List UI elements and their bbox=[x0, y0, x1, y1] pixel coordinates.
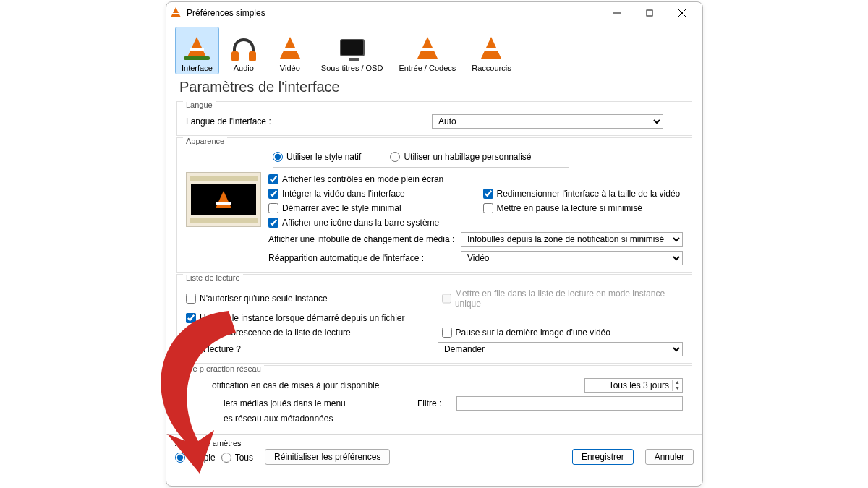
radio-custom-skin[interactable]: Utiliser un habillage personnalisé bbox=[390, 152, 531, 162]
chk-enqueue: Mettre en file dans la liste de lecture … bbox=[442, 288, 684, 309]
bottom-bar: Afficher le amètres Simple Tous Réinitia… bbox=[166, 434, 702, 471]
tab-label: Interface bbox=[182, 64, 213, 72]
filter-input[interactable] bbox=[456, 396, 683, 411]
group-legend: Vie p eraction réseau bbox=[183, 364, 264, 373]
tooltip-label: Afficher une infobulle de changement de … bbox=[268, 234, 455, 244]
chk-pause-minimized[interactable]: Mettre en pause la lecture si minimisé bbox=[483, 203, 684, 213]
chk-pause-last-frame[interactable]: Pause sur la dernière image d'une vidéo bbox=[442, 328, 684, 338]
save-button[interactable]: Enregistrer bbox=[572, 449, 634, 465]
spinner-arrows-icon[interactable]: ▲▼ bbox=[672, 380, 682, 391]
chk-start-minimal[interactable]: Démarrer avec le style minimal bbox=[268, 203, 469, 213]
window-title: Préférences simples bbox=[187, 8, 600, 18]
radio-simple[interactable]: Simple bbox=[175, 453, 216, 463]
tab-label: Raccourcis bbox=[472, 64, 511, 72]
group-legend: Apparence bbox=[183, 137, 227, 145]
tab-hotkeys[interactable]: Raccourcis bbox=[465, 27, 517, 74]
radio-native-style[interactable]: Utiliser le style natif bbox=[273, 152, 361, 162]
cone-hotkeys-icon bbox=[477, 33, 505, 62]
radio-all[interactable]: Tous bbox=[221, 453, 253, 463]
tab-interface[interactable]: Interface bbox=[175, 27, 219, 74]
cone-subtitles-icon bbox=[339, 33, 366, 62]
page-heading: Paramètres de l'interface bbox=[176, 74, 692, 101]
tab-label: Entrée / Codecs bbox=[399, 64, 456, 72]
tab-video[interactable]: Vidéo bbox=[268, 27, 312, 74]
chk-recent-media[interactable]: iers médias joués dans le menu bbox=[186, 398, 412, 408]
close-button[interactable] bbox=[665, 2, 698, 24]
chk-playlist-tree[interactable]: ser l'arborescence de la liste de lectur… bbox=[186, 328, 427, 338]
language-select[interactable]: Auto bbox=[432, 114, 663, 129]
continue-playback-label: a lecture ? bbox=[186, 344, 432, 354]
tab-input-codecs[interactable]: Entrée / Codecs bbox=[392, 27, 462, 74]
chk-systray-icon[interactable]: Afficher une icône dans la barre système bbox=[268, 218, 469, 228]
cone-codecs-icon bbox=[414, 33, 441, 62]
tooltip-select[interactable]: Infobulles depuis la zone de notificatio… bbox=[461, 232, 683, 247]
maximize-button[interactable] bbox=[633, 2, 665, 24]
preferences-window: Préférences simples Interface Audio Vidé… bbox=[166, 1, 703, 487]
autoraise-label: Réapparition automatique de l'interface … bbox=[268, 253, 455, 263]
tab-label: Audio bbox=[234, 64, 254, 72]
chk-one-instance[interactable]: N'autoriser qu'une seule instance bbox=[186, 288, 427, 309]
cone-interface-icon bbox=[183, 33, 210, 62]
group-apparence: Apparence Utiliser le style natif Utilis… bbox=[176, 137, 692, 273]
chk-embed-video[interactable]: Intégrer la vidéo dans l'interface bbox=[268, 189, 469, 199]
skin-preview-thumbnail bbox=[186, 172, 261, 227]
filter-label: Filtre : bbox=[417, 398, 451, 408]
headphones-icon bbox=[230, 33, 258, 62]
svg-rect-1 bbox=[647, 10, 652, 16]
reset-prefs-button[interactable]: Réinitialiser les préférences bbox=[265, 449, 390, 465]
continue-playback-select[interactable]: Demander bbox=[438, 342, 683, 356]
titlebar: Préférences simples bbox=[166, 2, 702, 24]
cancel-button[interactable]: Annuler bbox=[645, 449, 694, 465]
tab-label: Sous-titres / OSD bbox=[321, 64, 383, 72]
chk-update-notify[interactable]: otification en cas de mises à jour dispo… bbox=[186, 380, 579, 390]
minimize-button[interactable] bbox=[600, 2, 633, 24]
group-langue: Langue Langue de l'interface : Auto bbox=[176, 101, 692, 136]
cone-video-icon bbox=[276, 33, 304, 62]
autoraise-select[interactable]: Vidéo bbox=[461, 251, 683, 265]
group-legend: Liste de lecture bbox=[183, 273, 243, 282]
chk-resize-interface[interactable]: Redimensionner l'interface à la taille d… bbox=[483, 189, 684, 199]
chk-one-instance-file[interactable]: Une seule instance lorsque démarré depui… bbox=[186, 313, 427, 323]
group-playlist: Liste de lecture N'autoriser qu'une seul… bbox=[176, 274, 692, 364]
chk-fullscreen-controls[interactable]: Afficher les contrôles en mode plein écr… bbox=[268, 174, 469, 184]
tab-label: Vidéo bbox=[280, 64, 300, 72]
group-legend: Langue bbox=[183, 100, 216, 109]
vlc-app-icon bbox=[171, 7, 182, 19]
group-privacy: Vie p eraction réseau otification en cas… bbox=[176, 365, 692, 432]
tab-audio[interactable]: Audio bbox=[222, 27, 265, 74]
chk-metadata-network[interactable]: es réseau aux métadonnées bbox=[186, 414, 683, 424]
category-tabs: Interface Audio Vidéo Sous-titres / OSD … bbox=[166, 24, 702, 74]
update-frequency-input[interactable] bbox=[585, 379, 672, 392]
tab-subtitles[interactable]: Sous-titres / OSD bbox=[315, 27, 390, 74]
show-prefs-label: Afficher le amètres bbox=[175, 439, 253, 448]
language-label: Langue de l'interface : bbox=[186, 116, 417, 127]
update-frequency-spinner[interactable]: ▲▼ bbox=[584, 378, 683, 393]
